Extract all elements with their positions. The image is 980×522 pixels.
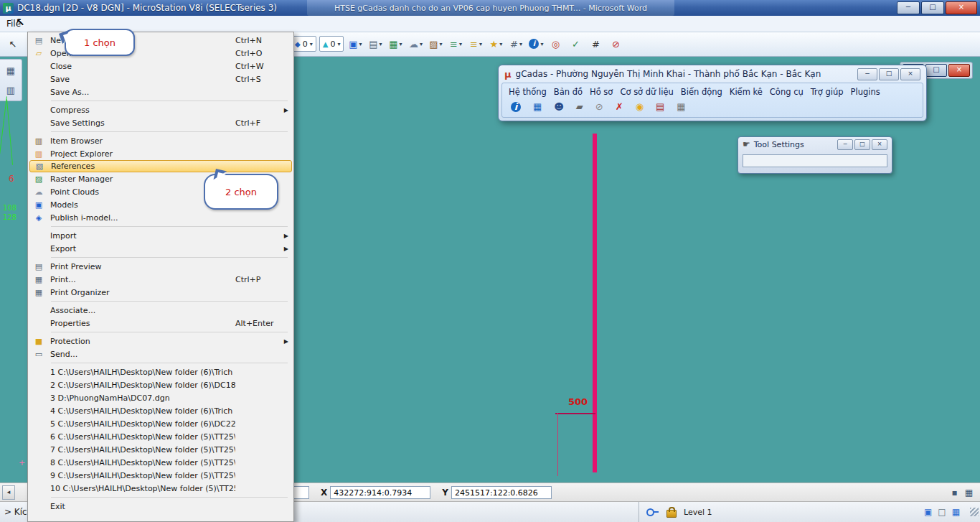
active-level[interactable]: Level 1	[684, 508, 712, 517]
window-list-icon[interactable]: □	[938, 507, 946, 517]
pin-icon[interactable]: ▪	[952, 488, 958, 498]
image-icon[interactable]: ▨ ▾	[427, 34, 444, 53]
file-menu-item[interactable]: 4 C:\Users\HAILH\Desktop\New folder (6)\…	[29, 404, 292, 417]
pattern-icon[interactable]: # ▾	[507, 34, 524, 53]
gcadas-menu-item[interactable]: Plugins	[851, 87, 880, 97]
parcel-icon[interactable]: ▰	[576, 101, 583, 112]
file-menu-item[interactable]: ▤ Print Preview	[29, 260, 292, 273]
close-button[interactable]: ×	[946, 1, 977, 14]
file-menu-item[interactable]: 1 C:\Users\HAILH\Desktop\New folder (6)\…	[29, 365, 292, 378]
gcadas-menu-item[interactable]: Hệ thống	[509, 87, 547, 97]
file-menu-item[interactable]: Save As...	[29, 85, 292, 98]
file-menu-item[interactable]: ▥ Project Explorer	[29, 147, 292, 160]
x-coordinate-field[interactable]	[330, 486, 430, 499]
file-menu-item[interactable]: Save Settings Ctrl+F	[29, 116, 292, 129]
file-menu-item[interactable]: ◈ Publish i-model...	[29, 211, 292, 224]
view-control-icon[interactable]: ▥	[1, 81, 20, 98]
file-menu-item[interactable]: ▭ Send...	[29, 348, 292, 360]
tool-settings-titlebar[interactable]: ☛ Tool Settings − □ ×	[738, 137, 892, 152]
gcadas-menu-item[interactable]: Trợ giúp	[811, 87, 844, 97]
y-coordinate-field[interactable]	[451, 486, 552, 499]
file-menu-item[interactable]: 8 C:\Users\HAILH\Desktop\New folder (5)\…	[29, 456, 292, 469]
hide-icon[interactable]: ⊘	[595, 101, 603, 112]
background-window-titlebar[interactable]: HTSE gCadas danh cho do an VP06 cap huye…	[307, 0, 674, 16]
file-menu-item[interactable]	[51, 497, 288, 498]
file-menu-item[interactable]: Properties Alt+Enter	[29, 317, 292, 330]
file-menu-item[interactable]: Close Ctrl+W	[29, 60, 292, 73]
active-attribute-combo-2[interactable]: ▲ 0 ▾	[319, 36, 344, 52]
sheet-icon[interactable]: ▦ ▾	[387, 34, 404, 53]
view-close-button[interactable]: ×	[948, 64, 970, 77]
layers-icon[interactable]: ≡ ▾	[447, 34, 464, 53]
gcadas-close-button[interactable]: ×	[900, 68, 920, 80]
task-icon[interactable]: ▦	[952, 507, 960, 517]
file-menu-item[interactable]: Export ▶	[29, 242, 292, 255]
gcadas-minimize-button[interactable]: −	[857, 68, 877, 80]
file-menu-item[interactable]: 10 C:\Users\HAILH\Desktop\New folder (5)…	[29, 482, 292, 495]
cloud-icon[interactable]: ☁ ▾	[407, 34, 424, 53]
file-menu-item[interactable]: Import ▶	[29, 229, 292, 242]
bulb-icon[interactable]: ◉	[636, 101, 644, 112]
gcadas-menu-item[interactable]: Kiểm kê	[730, 87, 763, 97]
tool-settings-close-button[interactable]: ×	[872, 139, 887, 150]
gcadas-menu-item[interactable]: Công cụ	[770, 87, 804, 97]
snap-grid-icon[interactable]: ▦	[965, 488, 973, 498]
file-menu-item[interactable]: ▥ Item Browser	[29, 134, 292, 147]
dialog-icon[interactable]: ▣	[924, 507, 932, 517]
file-menu-item[interactable]: 3 D:\PhuongNamHa\DC07.dgn	[29, 391, 292, 404]
file-menu-item[interactable]: 5 C:\Users\HAILH\Desktop\New folder (6)\…	[29, 417, 292, 430]
file-menu-item[interactable]	[51, 363, 288, 363]
file-menu-item[interactable]: ▦ Print Organizer	[29, 286, 292, 299]
table-icon[interactable]: ▦	[533, 101, 542, 112]
file-menu-item[interactable]: Associate...	[29, 304, 292, 317]
active-attribute-combo-1[interactable]: ◆ 0 ▾	[291, 36, 316, 52]
tool-settings-minimize-button[interactable]: −	[837, 139, 853, 150]
minimize-button[interactable]: −	[897, 1, 920, 14]
gcadas-menu-item[interactable]: Hồ sơ	[590, 87, 613, 97]
gcadas-menu-item[interactable]: Biến động	[681, 87, 722, 97]
document-icon[interactable]: ▤ ▾	[367, 34, 384, 53]
lock-icon[interactable]	[666, 510, 677, 518]
tool-settings-field[interactable]	[743, 154, 887, 167]
flashlight-icon[interactable]: ★ ▾	[487, 34, 504, 53]
models-icon[interactable]: ▣ ▾	[347, 34, 364, 53]
file-menu-item[interactable]: ■ Protection ▶	[29, 335, 292, 348]
file-menu-item[interactable]: Save Ctrl+S	[29, 73, 292, 85]
gcadas-menu-item[interactable]: Cơ sở dữ liệu	[620, 87, 673, 97]
users-icon[interactable]: ☻	[554, 101, 564, 112]
gcadas-menu-item[interactable]: Bản đồ	[554, 87, 583, 97]
view-window-icon[interactable]: ▦	[1, 62, 20, 79]
gcadas-maximize-button[interactable]: □	[879, 68, 899, 80]
file-menu-item[interactable]: ▧ References	[29, 160, 292, 172]
accusnap-key-icon[interactable]	[646, 508, 659, 516]
maximize-button[interactable]: □	[921, 1, 944, 14]
design-grid-icon[interactable]: #	[588, 34, 605, 53]
gcadas-titlebar[interactable]: µ gCadas - Phường Nguyễn Thị Minh Khai -…	[499, 65, 926, 83]
file-menu-item[interactable]	[51, 101, 288, 101]
tool-settings-maximize-button[interactable]: □	[854, 139, 870, 150]
prohibit-icon[interactable]: ⊘	[608, 34, 625, 53]
file-menu-item[interactable]: Exit	[29, 500, 292, 513]
delete-icon[interactable]: ✗	[616, 101, 623, 112]
file-menu-item[interactable]	[51, 332, 288, 332]
stack-icon[interactable]: ≡ ▾	[467, 34, 484, 53]
remove-record-icon[interactable]: ▤	[656, 101, 664, 112]
file-menu-item[interactable]	[51, 257, 288, 258]
info-icon[interactable]: i	[511, 102, 521, 112]
file-menu-item[interactable]: 2 C:\Users\HAILH\Desktop\New folder (6)\…	[29, 378, 292, 391]
grid-icon[interactable]: ▦	[677, 101, 685, 112]
file-menu-item[interactable]: ▦ Print... Ctrl+P	[29, 273, 292, 286]
file-menu-item[interactable]	[51, 226, 288, 227]
file-menu-item[interactable]: Compress ▶	[29, 103, 292, 116]
view-maximize-button[interactable]: □	[925, 64, 947, 77]
file-menu-item[interactable]: 9 C:\Users\HAILH\Desktop\New folder (5)\…	[29, 469, 292, 482]
fence-find-icon[interactable]: ◎	[547, 34, 565, 53]
check-grid-icon[interactable]: ✓	[567, 34, 585, 53]
info-icon[interactable]: i ▾	[527, 34, 545, 53]
scroll-left-button[interactable]: ◂	[2, 485, 15, 500]
file-menu-item[interactable]	[51, 301, 288, 302]
file-menu-item[interactable]	[51, 131, 288, 132]
file-menu-item[interactable]: 6 C:\Users\HAILH\Desktop\New folder (5)\…	[29, 430, 292, 443]
file-menu-item[interactable]: 7 C:\Users\HAILH\Desktop\New folder (5)\…	[29, 443, 292, 456]
element-selection-icon[interactable]: ↖	[4, 34, 22, 53]
